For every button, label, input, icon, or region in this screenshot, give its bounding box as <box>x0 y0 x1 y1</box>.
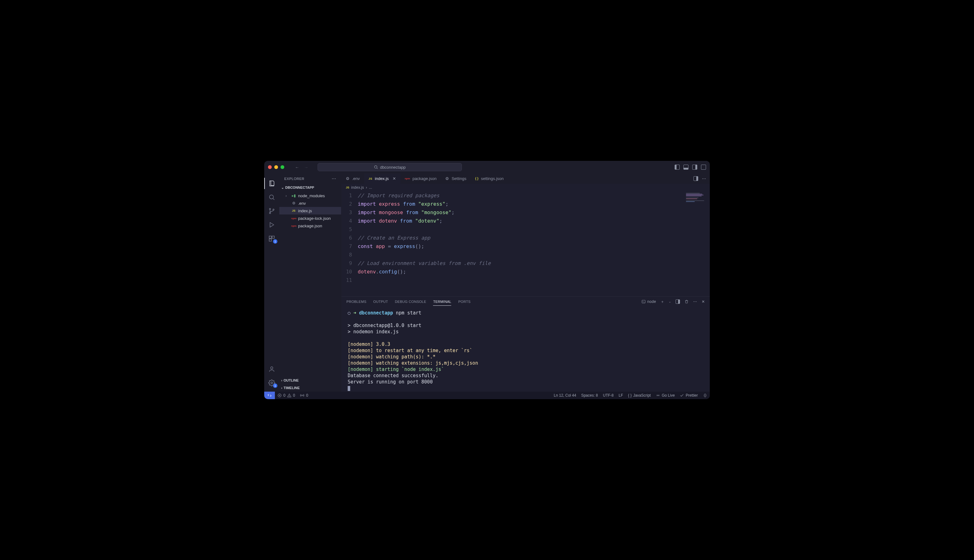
status-prettier[interactable]: Prettier <box>677 392 700 399</box>
status-remote[interactable] <box>264 392 275 399</box>
svg-point-19 <box>302 395 302 396</box>
activity-settings[interactable]: 1 <box>264 376 279 390</box>
activity-accounts[interactable] <box>264 362 279 376</box>
toggle-sidebar-icon[interactable] <box>675 165 680 170</box>
search-icon <box>268 194 275 201</box>
panel-more-icon[interactable]: ⋯ <box>693 300 697 304</box>
activity-source-control[interactable] <box>264 204 279 218</box>
file-name: .env <box>298 201 306 206</box>
js-file-icon: JS <box>346 186 349 189</box>
bell-icon <box>703 393 707 398</box>
terminal-profile[interactable]: node <box>642 300 656 304</box>
sidebar: EXPLORER ⋯ ⌄ DBCONNECTAPP ›▸▮node_module… <box>279 173 341 392</box>
activity-explorer[interactable] <box>264 177 279 190</box>
explorer-folder-header[interactable]: ⌄ DBCONNECTAPP <box>279 184 341 191</box>
editor-tab[interactable]: ⚙Settings <box>441 173 471 184</box>
editor-tabs-actions: ⋯ <box>690 173 710 184</box>
maximize-window-icon[interactable] <box>281 165 284 169</box>
split-editor-icon[interactable] <box>693 176 698 181</box>
editor-tab[interactable]: npmpackage.json <box>400 173 441 184</box>
file-row[interactable]: ⚙.env <box>279 199 341 207</box>
chevron-down-icon: ⌄ <box>281 186 284 190</box>
status-ports[interactable]: 0 <box>297 392 311 399</box>
editor-tab[interactable]: ⚙.env <box>341 173 364 184</box>
gear-icon: ⚙ <box>346 176 349 181</box>
panel-close-icon[interactable]: ✕ <box>702 300 705 304</box>
status-problems[interactable]: 0 0 <box>275 392 297 399</box>
status-cursor[interactable]: Ln 12, Col 44 <box>551 392 579 399</box>
terminal-output[interactable]: ○ ➜ dbconnectapp npm start > dbconnectap… <box>341 307 710 392</box>
svg-point-5 <box>269 212 271 213</box>
svg-line-3 <box>273 198 274 200</box>
editor-tab[interactable]: JSindex.js✕ <box>364 173 400 184</box>
activity-search[interactable] <box>264 190 279 204</box>
nav-arrows: ← → <box>295 165 308 170</box>
command-center[interactable]: dbconnectapp <box>317 163 462 171</box>
activity-extensions[interactable]: 1 <box>264 232 279 245</box>
status-language[interactable]: { } JavaScript <box>626 392 653 399</box>
toggle-secondary-sidebar-icon[interactable] <box>692 165 697 170</box>
split-terminal-icon[interactable] <box>676 300 680 304</box>
nav-back-icon[interactable]: ← <box>295 165 299 170</box>
terminal-dropdown-icon[interactable]: ⌄ <box>669 300 671 303</box>
tab-label: index.js <box>375 176 389 181</box>
remote-icon <box>267 393 272 398</box>
file-row[interactable]: JSindex.js <box>279 207 341 215</box>
file-row[interactable]: npmpackage.json <box>279 222 341 230</box>
svg-marker-7 <box>270 223 274 227</box>
status-encoding[interactable]: UTF-8 <box>601 392 616 399</box>
customize-layout-icon[interactable] <box>701 165 706 170</box>
outline-label: OUTLINE <box>284 378 299 382</box>
status-notifications[interactable] <box>700 392 710 399</box>
workbench-body: 1 1 EXPLORER ⋯ ⌄ DBCONNECTAPP ›▸▮node_mo… <box>264 173 710 392</box>
panel-tab-debug-console[interactable]: DEBUG CONSOLE <box>395 300 426 303</box>
close-window-icon[interactable] <box>268 165 272 169</box>
sliders-icon: ⚙ <box>445 176 449 181</box>
code-editor[interactable]: 1234567891011 // Import required package… <box>341 191 710 296</box>
file-row[interactable]: ›▸▮node_modules <box>279 192 341 199</box>
file-tree[interactable]: ›▸▮node_modules⚙.envJSindex.jsnpmpackage… <box>279 191 341 377</box>
chevron-right-icon: › <box>281 378 282 382</box>
panel-tab-ports[interactable]: PORTS <box>458 300 470 303</box>
nav-forward-icon[interactable]: → <box>304 165 308 170</box>
panel: PROBLEMSOUTPUTDEBUG CONSOLETERMINALPORTS… <box>341 296 710 392</box>
editor-tab[interactable]: { }settings.json <box>471 173 508 184</box>
panel-tab-output[interactable]: OUTPUT <box>373 300 388 303</box>
svg-point-2 <box>269 195 274 199</box>
code-content[interactable]: // Import required packagesimport expres… <box>358 191 710 296</box>
status-indent[interactable]: Spaces: 8 <box>579 392 600 399</box>
broadcast-icon <box>656 393 660 398</box>
file-row[interactable]: npmpackage-lock.json <box>279 215 341 222</box>
gear-icon: ⚙ <box>291 201 296 205</box>
editor-more-icon[interactable]: ⋯ <box>702 176 706 181</box>
svg-rect-9 <box>272 236 274 238</box>
status-eol[interactable]: LF <box>616 392 626 399</box>
tab-label: Settings <box>451 176 466 181</box>
breadcrumbs[interactable]: JS index.js › ... <box>341 184 710 191</box>
vscode-window: ← → dbconnectapp <box>264 161 710 399</box>
breadcrumb-sep: › <box>366 185 367 190</box>
sidebar-title: EXPLORER <box>284 177 304 181</box>
close-tab-icon[interactable]: ✕ <box>393 176 396 181</box>
tab-label: settings.json <box>481 176 504 181</box>
branch-icon <box>268 208 275 215</box>
activity-bar: 1 1 <box>264 173 279 392</box>
toggle-panel-icon[interactable] <box>683 165 688 170</box>
editor-tabs: ⚙.envJSindex.js✕npmpackage.json⚙Settings… <box>341 173 710 184</box>
status-golive[interactable]: Go Live <box>653 392 677 399</box>
activity-run-debug[interactable] <box>264 218 279 232</box>
panel-tab-terminal[interactable]: TERMINAL <box>433 300 451 306</box>
panel-tab-problems[interactable]: PROBLEMS <box>346 300 366 303</box>
minimize-window-icon[interactable] <box>274 165 278 169</box>
minimap[interactable] <box>685 193 710 211</box>
tab-label: package.json <box>413 176 437 181</box>
svg-point-18 <box>289 396 289 397</box>
extensions-badge: 1 <box>273 239 277 243</box>
new-terminal-icon[interactable]: ＋ <box>660 299 664 305</box>
error-icon <box>277 393 282 398</box>
outline-section[interactable]: › OUTLINE <box>279 377 341 384</box>
timeline-section[interactable]: › TIMELINE <box>279 384 341 392</box>
kill-terminal-icon[interactable] <box>684 300 689 304</box>
sidebar-more-icon[interactable]: ⋯ <box>332 176 336 181</box>
chevron-icon: › <box>286 194 289 198</box>
